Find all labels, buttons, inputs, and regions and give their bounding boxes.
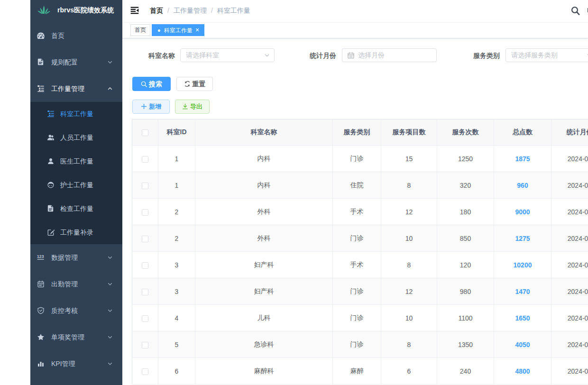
svg-text:123: 123	[37, 254, 44, 259]
